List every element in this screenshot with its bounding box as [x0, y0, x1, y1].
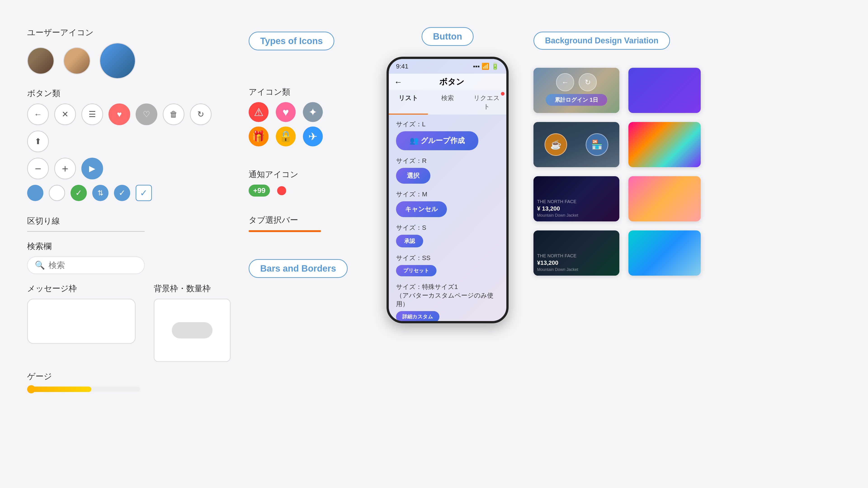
size-m-row: サイズ：M キャンセル — [396, 190, 499, 217]
search-icon: 🔍 — [35, 260, 45, 270]
buttons-row-2: − + ▶ — [27, 158, 230, 180]
size-r-row: サイズ：R 選択 — [396, 157, 499, 184]
gradient-pink-peach — [628, 176, 701, 221]
plane-icon[interactable]: ✈ — [303, 127, 323, 147]
gauge-section: ゲージ — [27, 371, 230, 392]
minus-button[interactable]: − — [27, 158, 49, 180]
tab-bar-section: タブ選択バー — [249, 205, 362, 232]
avatar-1[interactable] — [27, 47, 54, 74]
delete-button[interactable]: 🗑 — [163, 103, 184, 125]
size-r-label: サイズ：R — [396, 157, 499, 165]
plus-button[interactable]: + — [54, 158, 76, 180]
check-blue[interactable]: ✓ — [114, 185, 130, 201]
bars-borders-section: Bars and Borders — [249, 259, 362, 278]
phone-mockup: 9:41 ▪▪▪ 📶 🔋 ← ボタン リスト 検索 リクエスト — [386, 57, 508, 323]
play-button[interactable]: ▶ — [81, 158, 103, 180]
buttons-row-1: ← ✕ ☰ ♥ ♡ 🗑 ↻ ⬆ — [27, 103, 230, 152]
size-l-label: サイズ：L — [396, 120, 499, 129]
bg-box-label: 背景枠・数量枠 — [154, 283, 230, 294]
gradient-rainbow — [628, 122, 701, 167]
upload-button[interactable]: ⬆ — [27, 131, 49, 152]
bg-grid: ← ↻ 累計ログイン 1日 ☕ 🏪 — [533, 68, 841, 275]
size-s-label: サイズ：S — [396, 223, 499, 232]
phone-status-bar: 9:41 ▪▪▪ 📶 🔋 — [389, 59, 506, 74]
bg-card-photo-4: THE NORTH FACE ¥13,200 Mountain Down Jac… — [533, 230, 619, 275]
button-types-section: ボタン類 ← ✕ ☰ ♥ ♡ 🗑 ↻ ⬆ − + ▶ — [27, 88, 230, 206]
close-button[interactable]: ✕ — [54, 103, 76, 125]
message-box[interactable] — [27, 299, 135, 344]
size-m-label: サイズ：M — [396, 190, 499, 199]
divider-line — [27, 231, 145, 232]
checkbox[interactable]: ✓ — [135, 185, 152, 201]
icon-row-1: ⚠ ♥ ✦ — [249, 102, 362, 122]
user-icons-label: ユーザーアイコン — [27, 27, 230, 38]
icon-row-2: 🎁 🔒 ✈ — [249, 127, 362, 147]
heart-outline-button[interactable]: ♡ — [135, 103, 157, 125]
size-ss-row: サイズ：SS プリセット — [396, 254, 499, 276]
user-icons-row — [27, 43, 230, 79]
login-btn[interactable]: 累計ログイン 1日 — [546, 94, 607, 106]
heart-filled-button[interactable]: ♥ — [108, 103, 130, 125]
phone-back-btn[interactable]: ← — [394, 77, 402, 87]
phone-title: ボタン — [439, 76, 464, 88]
photo-back-btn[interactable]: ← — [556, 73, 574, 91]
tab-bar[interactable] — [249, 230, 321, 232]
size-l-row: サイズ：L 👥 グループ作成 — [396, 120, 499, 150]
btn-group-create[interactable]: 👥 グループ作成 — [396, 131, 478, 150]
user-icons-section: ユーザーアイコン — [27, 27, 230, 79]
background-design-badge[interactable]: Background Design Variation — [533, 32, 670, 50]
photo-share-btn[interactable]: ↻ — [579, 73, 597, 91]
types-of-icons-badge[interactable]: Types of Icons — [249, 32, 334, 51]
avatar-2[interactable] — [63, 47, 90, 74]
lock-icon[interactable]: 🔒 — [276, 127, 296, 147]
notification-section: 通知アイコン +99 — [249, 160, 362, 197]
phone-tab-search[interactable]: 検索 — [428, 90, 467, 115]
phone-tab-list[interactable]: リスト — [389, 90, 428, 115]
warning-icon[interactable]: ⚠ — [249, 102, 269, 122]
divider-label: 区切り線 — [27, 216, 230, 227]
settings-icon[interactable]: ✦ — [303, 102, 323, 122]
gift-icon[interactable]: 🎁 — [249, 127, 269, 147]
menu-button[interactable]: ☰ — [81, 103, 103, 125]
bars-borders-badge[interactable]: Bars and Borders — [249, 259, 348, 278]
icon-types-section: アイコン類 ⚠ ♥ ✦ 🎁 🔒 ✈ — [249, 87, 362, 151]
back-button[interactable]: ← — [27, 103, 49, 125]
avatar-3[interactable] — [99, 43, 135, 79]
circle-icon-2[interactable]: 🏪 — [586, 133, 608, 156]
gradient-blue-purple — [628, 68, 701, 113]
message-bg-row: メッセージ枠 背景枠・数量枠 — [27, 283, 230, 362]
btn-select[interactable]: 選択 — [396, 168, 430, 184]
radio-empty[interactable] — [49, 185, 65, 201]
phone-tab-request[interactable]: リクエスト — [467, 90, 506, 115]
size-sp1-label: サイズ：特殊サイズ1（アバターカスタムページのみ使用） — [396, 283, 499, 308]
btn-approve[interactable]: 承認 — [396, 235, 423, 248]
swap-icon[interactable]: ⇅ — [92, 185, 108, 201]
redo-button[interactable]: ↻ — [190, 103, 212, 125]
tab-label: タブ選択バー — [249, 215, 362, 226]
btn-custom-detail[interactable]: 詳細カスタム — [396, 311, 439, 322]
phone-signal: ▪▪▪ 📶 🔋 — [473, 63, 499, 70]
quantity-bar[interactable] — [172, 322, 213, 338]
bg-card-photo-3: THE NORTH FACE ¥ 13,200 Mountain Down Ja… — [533, 176, 619, 221]
circle-icon-1[interactable]: ☕ — [545, 133, 567, 156]
check-green[interactable]: ✓ — [70, 185, 87, 201]
btn-preset[interactable]: プリセット — [396, 265, 436, 276]
icons-label: アイコン類 — [249, 87, 362, 98]
gauge-fill — [32, 387, 91, 392]
radio-filled[interactable] — [27, 185, 43, 201]
search-box[interactable]: 🔍 — [27, 256, 145, 274]
search-input[interactable] — [49, 260, 137, 270]
gauge-start-dot — [27, 385, 35, 393]
radio-row: ✓ ⇅ ✓ ✓ — [27, 185, 230, 201]
brand-label-3: THE NORTH FACE — [537, 199, 616, 204]
bg-card-photo-1: ← ↻ 累計ログイン 1日 — [533, 68, 619, 113]
search-section: 検索欄 🔍 — [27, 241, 230, 274]
product-desc-3: Mountain Down Jacket — [537, 213, 616, 218]
button-phone-panel: Button 9:41 ▪▪▪ 📶 🔋 ← ボタン リスト 検索 リクエスト — [380, 27, 515, 461]
bg-box — [154, 299, 230, 362]
heart-icon[interactable]: ♥ — [276, 102, 296, 122]
button-label[interactable]: Button — [422, 27, 474, 46]
photo-cards-col: ← ↻ 累計ログイン 1日 ☕ 🏪 — [533, 68, 619, 275]
notif-dot — [277, 186, 286, 195]
btn-cancel[interactable]: キャンセル — [396, 201, 447, 217]
